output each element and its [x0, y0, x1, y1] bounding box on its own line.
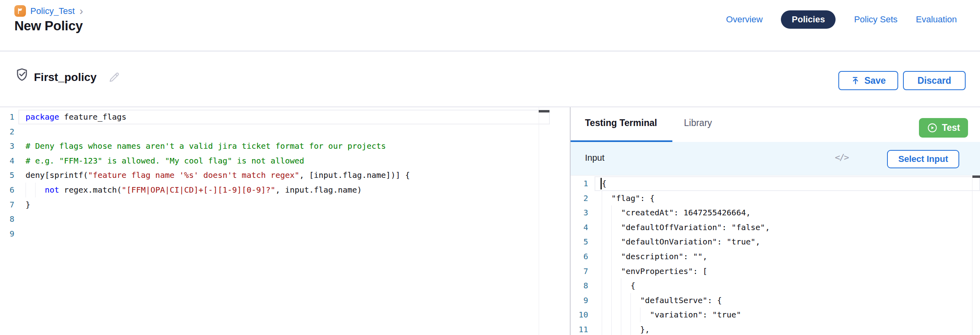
indent-guide: [611, 278, 612, 293]
discard-button-label: Discard: [917, 75, 951, 86]
code-line[interactable]: 8 {: [571, 278, 980, 293]
line-number: 5: [0, 168, 18, 183]
indent-guide: [611, 205, 612, 220]
line-number: 4: [571, 220, 595, 235]
nav-tab-policies[interactable]: Policies: [781, 10, 836, 29]
code-line-text: },: [595, 322, 980, 335]
line-number: 6: [571, 249, 595, 264]
code-icon[interactable]: </>: [835, 152, 848, 162]
nav-tab-overview[interactable]: Overview: [726, 14, 763, 25]
tab-testing-terminal[interactable]: Testing Terminal: [585, 118, 657, 128]
tab-library[interactable]: Library: [684, 118, 712, 128]
code-line-text: [18, 124, 550, 139]
code-line-text: [18, 212, 550, 227]
code-line-text: "defaultOnVariation": "true",: [595, 235, 980, 249]
code-line[interactable]: 8: [0, 212, 550, 227]
breadcrumb-chevron-icon: ›: [79, 7, 83, 15]
indent-guide: [611, 220, 612, 235]
indent-guide: [611, 322, 612, 335]
input-json-editor[interactable]: 1{2 "flag": {3 "createdAt": 164725542666…: [571, 175, 980, 335]
code-line-text: "defaultServe": {: [595, 293, 980, 308]
indent-guide: [611, 307, 612, 322]
save-button[interactable]: Save: [838, 71, 898, 90]
line-number: 10: [571, 307, 595, 322]
editor-scrollbar-track: [539, 107, 539, 335]
code-line[interactable]: 7}: [0, 197, 550, 212]
code-line[interactable]: 3 "createdAt": 1647255426664,: [571, 205, 980, 220]
code-line[interactable]: 3# Deny flags whose names aren't a valid…: [0, 139, 550, 154]
code-line[interactable]: 5deny[sprintf("feature flag name '%s' do…: [0, 168, 550, 183]
code-line-text: deny[sprintf("feature flag name '%s' doe…: [18, 168, 550, 183]
header-nav: OverviewPoliciesPolicy SetsEvaluation: [726, 10, 957, 29]
indent-guide: [621, 307, 621, 322]
indent-guide: [630, 322, 631, 335]
save-button-label: Save: [864, 75, 886, 86]
code-line-text: {: [595, 278, 980, 293]
code-line[interactable]: 5 "defaultOnVariation": "true",: [571, 235, 980, 249]
line-number: 9: [0, 227, 18, 241]
text-cursor: [601, 178, 602, 189]
code-line[interactable]: 11 },: [571, 322, 980, 335]
indent-guide: [602, 205, 602, 220]
indent-guide: [611, 235, 612, 249]
nav-tab-policy-sets[interactable]: Policy Sets: [854, 14, 897, 25]
indent-guide: [602, 322, 602, 335]
policy-name: First_policy: [34, 71, 97, 84]
indent-guide: [602, 191, 602, 206]
code-line[interactable]: 1package feature_flags: [0, 110, 550, 124]
play-circle-icon: [927, 122, 938, 133]
line-number: 3: [0, 139, 18, 154]
editor-overview-cursor-marker[interactable]: [539, 110, 549, 112]
code-line[interactable]: 6 not regex.match("[FFM|OPA|CI|CD]+[-][1…: [0, 183, 550, 197]
line-number: 9: [571, 293, 595, 308]
policy-code-editor[interactable]: 1package feature_flags23# Deny flags who…: [0, 107, 550, 335]
indent-guide: [602, 293, 602, 308]
code-line[interactable]: 4 "defaultOffVariation": "false",: [571, 220, 980, 235]
code-line[interactable]: 6 "description": "",: [571, 249, 980, 264]
nav-tab-evaluation[interactable]: Evaluation: [916, 14, 957, 25]
code-line[interactable]: 1{: [571, 176, 980, 191]
upload-arrow-icon: [851, 76, 860, 85]
line-number: 3: [571, 205, 595, 220]
indent-guide: [602, 249, 602, 264]
code-line[interactable]: 9 "defaultServe": {: [571, 293, 980, 308]
discard-button[interactable]: Discard: [903, 71, 966, 90]
line-number: 2: [0, 124, 18, 139]
code-line-text: {: [595, 176, 980, 191]
code-line-text: "variation": "true": [595, 307, 980, 322]
code-line-text: not regex.match("[FFM|OPA|CI|CD]+[-][1-9…: [18, 183, 550, 197]
code-line[interactable]: 4# e.g. "FFM-123" is allowed. "My cool f…: [0, 154, 550, 168]
breadcrumb: Policy_Test ›: [14, 5, 83, 17]
test-button[interactable]: Test: [919, 118, 968, 138]
select-input-button[interactable]: Select Input: [887, 150, 959, 168]
code-line[interactable]: 10 "variation": "true": [571, 307, 980, 322]
pencil-icon[interactable]: [108, 71, 121, 85]
code-line[interactable]: 2 "flag": {: [571, 191, 980, 206]
input-overview-cursor-marker[interactable]: [972, 175, 980, 178]
indent-guide: [611, 293, 612, 308]
code-line-text: package feature_flags: [18, 110, 550, 124]
code-line-text: [18, 227, 550, 241]
line-number: 8: [571, 278, 595, 293]
test-button-label: Test: [942, 122, 960, 133]
code-line-text: "flag": {: [595, 191, 980, 206]
line-number: 8: [0, 212, 18, 227]
indent-guide: [630, 307, 631, 322]
breadcrumb-project-link[interactable]: Policy_Test: [30, 6, 75, 16]
code-line[interactable]: 9: [0, 227, 550, 241]
indent-guide: [621, 278, 621, 293]
indent-guide: [630, 293, 631, 308]
code-line-text: "envProperties": [: [595, 264, 980, 279]
indent-guide: [611, 264, 612, 279]
indent-guide: [611, 249, 612, 264]
indent-guide: [640, 307, 640, 322]
code-line[interactable]: 7 "envProperties": [: [571, 264, 980, 279]
code-line-text: "createdAt": 1647255426664,: [595, 205, 980, 220]
line-number: 2: [571, 191, 595, 206]
line-number: 7: [571, 264, 595, 279]
code-line[interactable]: 2: [0, 124, 550, 139]
indent-guide: [602, 235, 602, 249]
line-number: 4: [0, 154, 18, 168]
indent-guide: [35, 183, 36, 197]
indent-guide: [602, 220, 602, 235]
